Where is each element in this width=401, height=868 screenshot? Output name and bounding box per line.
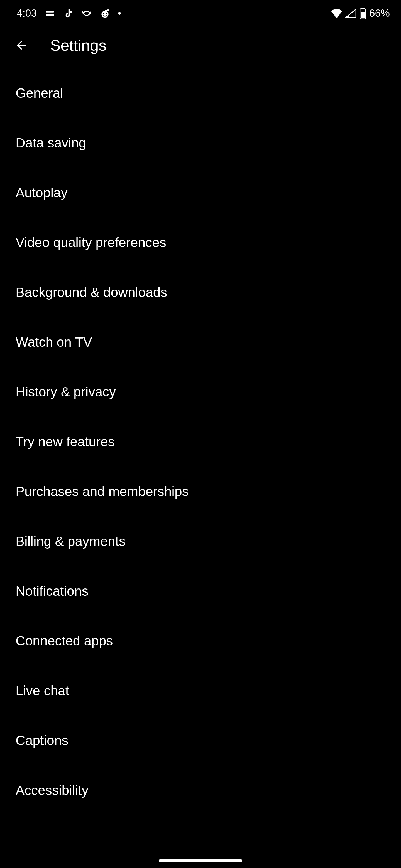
- svg-rect-1: [46, 14, 54, 16]
- back-button[interactable]: [14, 37, 31, 54]
- settings-item-data-saving[interactable]: Data saving: [0, 118, 401, 168]
- app-notification-icon: [45, 8, 55, 19]
- svg-point-3: [103, 13, 105, 14]
- settings-item-notifications[interactable]: Notifications: [0, 566, 401, 616]
- status-bar-left: 4:03: [17, 7, 121, 19]
- settings-item-label: Connected apps: [16, 633, 113, 648]
- svg-rect-0: [46, 11, 54, 12]
- settings-item-label: Autoplay: [16, 185, 68, 200]
- signal-icon: [345, 8, 356, 18]
- status-bar-right: 66%: [331, 7, 390, 19]
- settings-item-background-downloads[interactable]: Background & downloads: [0, 267, 401, 317]
- settings-item-label: Video quality preferences: [16, 235, 166, 250]
- app-notification-icon-2: [81, 8, 92, 19]
- notification-dot-icon: [118, 12, 121, 15]
- settings-item-label: Background & downloads: [16, 285, 167, 300]
- settings-item-label: Watch on TV: [16, 335, 92, 349]
- header: Settings: [0, 28, 401, 68]
- settings-item-label: Try new features: [16, 434, 115, 449]
- battery-percentage: 66%: [369, 7, 390, 19]
- settings-item-history-privacy[interactable]: History & privacy: [0, 367, 401, 417]
- settings-item-label: Data saving: [16, 135, 86, 150]
- settings-item-purchases-memberships[interactable]: Purchases and memberships: [0, 467, 401, 516]
- settings-item-label: General: [16, 86, 63, 100]
- status-bar: 4:03 66%: [0, 0, 401, 28]
- settings-item-label: History & privacy: [16, 384, 116, 399]
- settings-item-label: Notifications: [16, 584, 88, 598]
- settings-item-label: Live chat: [16, 683, 69, 698]
- settings-item-watch-on-tv[interactable]: Watch on TV: [0, 317, 401, 367]
- settings-item-label: Billing & payments: [16, 534, 125, 549]
- reddit-icon: [100, 8, 110, 19]
- settings-item-accessibility[interactable]: Accessibility: [0, 765, 401, 798]
- svg-point-2: [102, 11, 108, 18]
- settings-item-billing-payments[interactable]: Billing & payments: [0, 516, 401, 566]
- settings-item-connected-apps[interactable]: Connected apps: [0, 616, 401, 666]
- settings-item-autoplay[interactable]: Autoplay: [0, 168, 401, 218]
- battery-icon: [359, 8, 367, 19]
- settings-item-label: Accessibility: [16, 783, 88, 798]
- settings-item-captions[interactable]: Captions: [0, 716, 401, 765]
- svg-rect-7: [362, 8, 364, 9]
- page-title: Settings: [50, 36, 106, 54]
- settings-item-label: Captions: [16, 733, 68, 748]
- settings-item-live-chat[interactable]: Live chat: [0, 666, 401, 716]
- wifi-icon: [331, 8, 343, 18]
- svg-point-4: [106, 13, 107, 14]
- status-time: 4:03: [17, 7, 37, 19]
- settings-list: General Data saving Autoplay Video quali…: [0, 68, 401, 798]
- back-arrow-icon: [15, 38, 29, 52]
- home-indicator[interactable]: [159, 859, 242, 862]
- settings-item-try-new-features[interactable]: Try new features: [0, 417, 401, 467]
- tiktok-icon: [63, 8, 74, 19]
- settings-item-video-quality[interactable]: Video quality preferences: [0, 218, 401, 267]
- svg-rect-8: [361, 12, 365, 18]
- settings-item-general[interactable]: General: [0, 68, 401, 118]
- settings-item-label: Purchases and memberships: [16, 484, 189, 499]
